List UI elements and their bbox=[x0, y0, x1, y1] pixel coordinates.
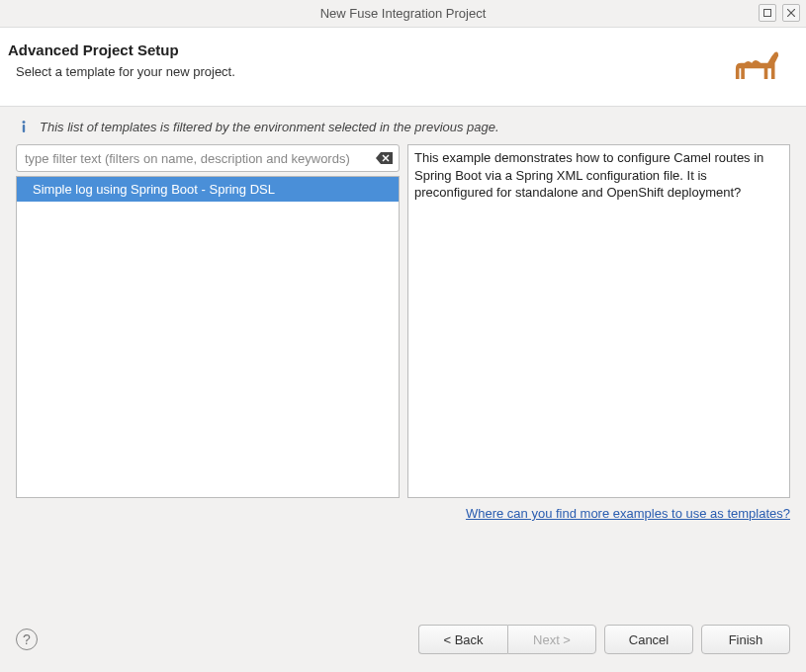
header-text: Advanced Project Setup Select a template… bbox=[4, 42, 235, 79]
page-title: Advanced Project Setup bbox=[8, 42, 235, 58]
back-button[interactable]: < Back bbox=[418, 625, 507, 654]
content-row: Simple log using Spring Boot - Spring DS… bbox=[0, 144, 806, 498]
finish-button[interactable]: Finish bbox=[701, 625, 790, 654]
svg-point-3 bbox=[23, 121, 26, 124]
close-button[interactable] bbox=[782, 4, 800, 22]
svg-rect-4 bbox=[23, 125, 25, 132]
camel-icon bbox=[730, 43, 784, 88]
description-panel[interactable]: This example demonstrates how to configu… bbox=[407, 144, 790, 498]
clear-tag-icon bbox=[376, 151, 394, 165]
filter-wrap bbox=[16, 144, 400, 172]
header-panel: Advanced Project Setup Select a template… bbox=[0, 28, 806, 107]
titlebar: New Fuse Integration Project bbox=[0, 0, 806, 28]
maximize-icon bbox=[763, 9, 771, 17]
window-title: New Fuse Integration Project bbox=[320, 6, 487, 21]
svg-rect-0 bbox=[764, 10, 771, 17]
clear-filter-button[interactable] bbox=[376, 151, 394, 165]
cancel-button[interactable]: Cancel bbox=[604, 625, 693, 654]
filter-input[interactable] bbox=[16, 144, 400, 172]
button-row: < Back Next > Cancel Finish bbox=[418, 625, 790, 654]
template-item[interactable]: Simple log using Spring Boot - Spring DS… bbox=[17, 177, 399, 202]
left-column: Simple log using Spring Boot - Spring DS… bbox=[16, 144, 400, 498]
examples-link-row: Where can you find more examples to use … bbox=[0, 498, 806, 521]
help-button[interactable]: ? bbox=[16, 629, 38, 650]
next-button[interactable]: Next > bbox=[507, 625, 596, 654]
template-list[interactable]: Simple log using Spring Boot - Spring DS… bbox=[16, 176, 400, 498]
maximize-button[interactable] bbox=[759, 4, 776, 22]
help-icon: ? bbox=[23, 631, 31, 647]
info-icon bbox=[16, 119, 32, 134]
info-row: This list of templates is filtered by th… bbox=[0, 107, 806, 144]
description-text: This example demonstrates how to configu… bbox=[414, 150, 763, 200]
nav-button-group: < Back Next > bbox=[418, 625, 596, 654]
window-controls bbox=[759, 4, 800, 22]
page-subtitle: Select a template for your new project. bbox=[8, 64, 235, 79]
more-examples-link[interactable]: Where can you find more examples to use … bbox=[466, 506, 790, 521]
close-icon bbox=[787, 9, 795, 17]
info-text: This list of templates is filtered by th… bbox=[40, 120, 499, 134]
footer: ? < Back Next > Cancel Finish bbox=[0, 611, 806, 672]
